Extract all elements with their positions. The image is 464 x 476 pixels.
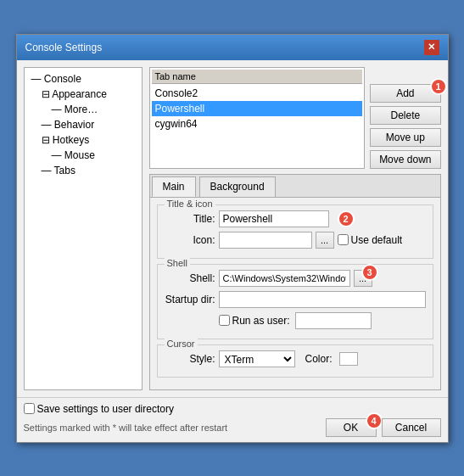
startup-field-label: Startup dir: xyxy=(165,294,215,305)
shell-browse-badge: 3 xyxy=(361,264,378,281)
icon-browse-button[interactable]: ... xyxy=(316,232,334,249)
tab-action-buttons: Add 1 Delete Move up Move down xyxy=(370,67,440,169)
tab-background[interactable]: Background xyxy=(199,176,276,197)
title-icon-label: Title & icon xyxy=(165,199,215,209)
icon-field-label: Icon: xyxy=(165,234,215,246)
right-panel: Tab name Console2 Powershell cygwin64 Ad… xyxy=(149,67,441,390)
cursor-style-row: Style: XTerm Block Underline Color: xyxy=(165,350,426,367)
close-button[interactable]: ✕ xyxy=(424,40,439,55)
tab-main-content: Title & icon Title: 2 Icon: ... xyxy=(150,198,440,389)
shell-row: Shell: ... 3 xyxy=(165,270,426,287)
dialog-body: — Console ⊟ Appearance — More… — Behavio… xyxy=(17,60,448,397)
cursor-style-select[interactable]: XTerm Block Underline xyxy=(219,350,295,367)
footer-bottom: Settings marked with * will take effect … xyxy=(24,418,441,437)
ok-badge: 4 xyxy=(366,412,383,429)
tree-item-console[interactable]: — Console xyxy=(28,71,138,87)
use-default-checkbox[interactable] xyxy=(338,234,349,245)
move-down-button[interactable]: Move down xyxy=(370,150,440,169)
tree-item-mouse[interactable]: — Mouse xyxy=(28,148,138,163)
dialog-title: Console Settings xyxy=(25,42,103,53)
save-settings-label: Save settings to user directory xyxy=(24,403,174,415)
use-default-label: Use default xyxy=(338,234,403,246)
shell-section: Shell Shell: ... 3 Startup dir: xyxy=(157,264,433,339)
shell-browse-button[interactable]: ... 3 xyxy=(354,270,372,287)
title-row: Title: 2 xyxy=(165,210,426,227)
move-up-button[interactable]: Move up xyxy=(370,128,440,147)
startup-input[interactable] xyxy=(219,291,426,308)
tree-item-tabs[interactable]: — Tabs xyxy=(28,163,138,178)
shell-input[interactable] xyxy=(219,270,350,287)
console-settings-dialog: Console Settings ✕ — Console ⊟ Appearanc… xyxy=(16,34,449,443)
cancel-button[interactable]: Cancel xyxy=(382,418,441,437)
icon-row: Icon: ... Use default xyxy=(165,232,426,249)
title-badge: 2 xyxy=(338,210,355,227)
tab-main[interactable]: Main xyxy=(152,176,196,197)
tab-list-area: Tab name Console2 Powershell cygwin64 Ad… xyxy=(149,67,441,169)
color-label: Color: xyxy=(305,353,333,365)
run-as-checkbox[interactable] xyxy=(219,315,230,326)
tab-name-header: Tab name xyxy=(152,70,363,84)
dialog-footer: Save settings to user directory Settings… xyxy=(17,397,448,442)
tab-name-item-powershell[interactable]: Powershell xyxy=(152,101,363,116)
footer-buttons: OK 4 Cancel xyxy=(326,418,441,437)
tabs-header: Main Background xyxy=(150,175,440,198)
shell-section-label: Shell xyxy=(165,258,190,268)
tree-item-more[interactable]: — More… xyxy=(28,102,138,117)
run-as-row: Run as user: xyxy=(165,312,426,329)
title-icon-section: Title & icon Title: 2 Icon: ... xyxy=(157,204,433,259)
title-field-label: Title: xyxy=(165,213,215,225)
cursor-section-label: Cursor xyxy=(165,339,198,349)
settings-tree: — Console ⊟ Appearance — More… — Behavio… xyxy=(24,67,143,390)
add-badge: 1 xyxy=(430,78,447,95)
settings-tabs-panel: Main Background Title & icon Title: 2 Ic… xyxy=(149,174,441,390)
title-input[interactable] xyxy=(219,210,329,227)
run-as-label: Run as user: xyxy=(219,315,290,327)
startup-row: Startup dir: xyxy=(165,291,426,308)
cursor-color-box[interactable] xyxy=(339,352,358,366)
footer-note: Settings marked with * will take effect … xyxy=(24,423,228,433)
tree-item-behavior[interactable]: — Behavior xyxy=(28,117,138,132)
tab-name-box: Tab name Console2 Powershell cygwin64 xyxy=(149,67,366,169)
shell-field-label: Shell: xyxy=(165,272,215,284)
title-bar: Console Settings ✕ xyxy=(17,35,448,60)
cursor-section: Cursor Style: XTerm Block Underline Colo… xyxy=(157,344,433,378)
icon-input[interactable] xyxy=(219,232,312,249)
tree-item-appearance[interactable]: ⊟ Appearance xyxy=(28,87,138,102)
add-tab-button[interactable]: Add 1 xyxy=(370,84,440,103)
cursor-style-label: Style: xyxy=(165,353,215,365)
tree-item-hotkeys[interactable]: ⊟ Hotkeys xyxy=(28,132,138,148)
tab-name-item-console2[interactable]: Console2 xyxy=(152,86,363,101)
tab-name-item-cygwin64[interactable]: cygwin64 xyxy=(152,116,363,132)
delete-tab-button[interactable]: Delete xyxy=(370,106,440,125)
ok-button[interactable]: OK 4 xyxy=(326,418,377,437)
save-settings-checkbox[interactable] xyxy=(24,403,35,414)
run-as-input[interactable] xyxy=(295,312,372,329)
